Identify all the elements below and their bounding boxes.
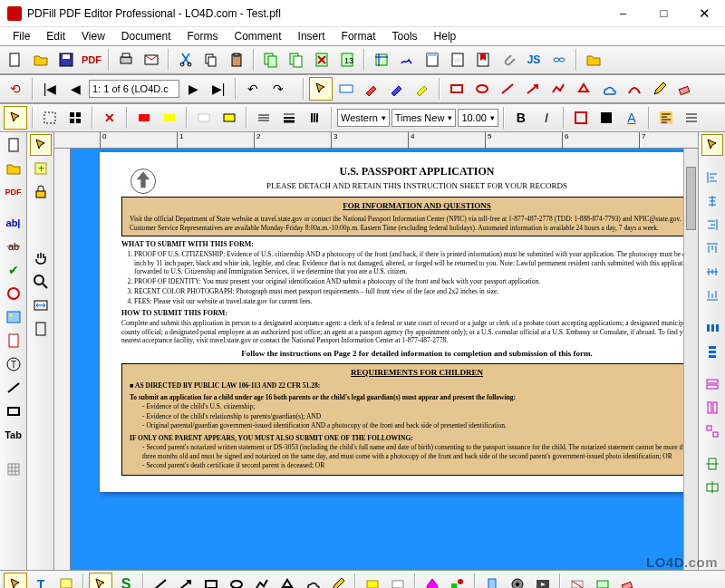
- fill-yellow-icon[interactable]: [158, 106, 181, 130]
- line2-icon[interactable]: [149, 573, 172, 588]
- line-style-icon[interactable]: [252, 106, 276, 130]
- arrow2-icon[interactable]: [30, 134, 52, 156]
- canvas-area[interactable]: 0 1 2 3 4 5 6 7 8 U.S. PASSPORT APPLICAT…: [54, 132, 698, 570]
- email-icon[interactable]: [140, 48, 163, 72]
- new-icon[interactable]: [4, 48, 27, 72]
- scrollbar-thumb[interactable]: [686, 167, 696, 230]
- align-bot-icon[interactable]: [701, 284, 723, 306]
- video-icon[interactable]: [531, 573, 555, 588]
- distrib-h-icon[interactable]: [701, 317, 723, 339]
- font-color-button[interactable]: A: [620, 106, 643, 130]
- outline-color-icon[interactable]: [569, 106, 593, 130]
- border-yellow-icon[interactable]: [218, 106, 241, 130]
- crop-icon[interactable]: [370, 48, 393, 72]
- center-v-icon[interactable]: [701, 477, 723, 498]
- sound-icon[interactable]: [506, 573, 529, 588]
- line-v-icon[interactable]: [3, 377, 24, 399]
- center-h-icon[interactable]: [701, 453, 723, 475]
- font-encoding-select[interactable]: Western: [337, 109, 390, 127]
- open-folder-icon[interactable]: [582, 48, 605, 72]
- cloud2-icon[interactable]: [301, 573, 324, 588]
- select-arrow-icon[interactable]: [309, 77, 333, 101]
- rect-tool-icon[interactable]: [445, 77, 469, 101]
- line-tool-icon[interactable]: [496, 77, 519, 101]
- shapes-icon[interactable]: [446, 573, 469, 588]
- open-doc-icon[interactable]: [3, 158, 24, 179]
- textbox-tool-icon[interactable]: [334, 77, 358, 101]
- font-family-select[interactable]: Times New: [392, 109, 457, 127]
- export-pdf-small-button[interactable]: PDF: [3, 181, 24, 203]
- pencil-tool-icon[interactable]: [648, 77, 672, 101]
- attach-icon[interactable]: [497, 48, 520, 72]
- tab-button[interactable]: Tab: [3, 424, 24, 446]
- javascript-button[interactable]: JS: [522, 48, 546, 72]
- dash-style-icon[interactable]: [303, 106, 326, 130]
- ellipse-tool-icon[interactable]: [470, 77, 494, 101]
- page-nav-input[interactable]: [89, 80, 179, 98]
- italic-button[interactable]: I: [535, 106, 558, 130]
- prev-page-icon[interactable]: ◀: [63, 77, 87, 101]
- polygon2-icon[interactable]: [276, 573, 299, 588]
- polygon-tool-icon[interactable]: [572, 77, 595, 101]
- delete-page-icon[interactable]: [310, 48, 334, 72]
- align-mid-icon[interactable]: [701, 261, 723, 283]
- text-tool-icon[interactable]: T: [29, 573, 53, 588]
- attach-file-icon[interactable]: [480, 573, 504, 588]
- fit-page-icon[interactable]: [30, 318, 52, 340]
- select-all-icon[interactable]: [38, 106, 62, 130]
- border-none-icon[interactable]: [192, 106, 216, 130]
- rotate-right-icon[interactable]: ↷: [266, 77, 290, 101]
- align-left2-icon[interactable]: [701, 167, 723, 188]
- refresh-icon[interactable]: ⟲: [4, 77, 27, 101]
- delete-icon[interactable]: ✕: [98, 106, 121, 130]
- menu-document[interactable]: Document: [114, 28, 179, 44]
- whiteout-icon[interactable]: [386, 573, 410, 588]
- ellipse2-icon[interactable]: [225, 573, 248, 588]
- arrow5-icon[interactable]: [89, 573, 112, 588]
- paste-icon[interactable]: [225, 48, 248, 72]
- font-size-select[interactable]: 10.00: [458, 109, 498, 127]
- align-right-icon[interactable]: [701, 214, 723, 236]
- close-button[interactable]: ✕: [684, 0, 725, 27]
- copy-page-icon[interactable]: [259, 48, 283, 72]
- menu-insert[interactable]: Insert: [291, 28, 333, 44]
- menu-comment[interactable]: Comment: [227, 28, 289, 44]
- pencil2-icon[interactable]: [326, 573, 350, 588]
- bookmark-icon[interactable]: [471, 48, 495, 72]
- export-pdf-button[interactable]: PDF: [80, 48, 103, 72]
- polyline-tool-icon[interactable]: [546, 77, 570, 101]
- align-more-icon[interactable]: [680, 106, 703, 130]
- hide-icon[interactable]: [566, 573, 589, 588]
- align-left-icon[interactable]: [654, 106, 678, 130]
- copy-icon[interactable]: [199, 48, 223, 72]
- box-v-icon[interactable]: [3, 400, 24, 422]
- distrib-v-icon[interactable]: [701, 341, 723, 362]
- color-picker-icon[interactable]: [420, 573, 444, 588]
- maximize-button[interactable]: □: [643, 0, 684, 27]
- highlight-area-icon[interactable]: [361, 573, 384, 588]
- watermark-icon[interactable]: W: [446, 48, 469, 72]
- first-page-icon[interactable]: |◀: [38, 77, 62, 101]
- sign-icon[interactable]: [395, 48, 419, 72]
- text-circle-icon[interactable]: T: [3, 353, 24, 375]
- menu-forms[interactable]: Forms: [180, 28, 226, 44]
- menu-view[interactable]: View: [74, 28, 112, 44]
- align-center-icon[interactable]: [701, 190, 723, 212]
- cloud-tool-icon[interactable]: [597, 77, 621, 101]
- highlight-yellow-icon[interactable]: [411, 77, 434, 101]
- bold-button[interactable]: B: [509, 106, 533, 130]
- circle-icon[interactable]: [3, 283, 24, 304]
- same-size-icon[interactable]: [701, 420, 723, 442]
- arrow3-icon[interactable]: [701, 134, 723, 156]
- rect2-icon[interactable]: [199, 573, 223, 588]
- align-top-icon[interactable]: [701, 237, 723, 259]
- next-page-icon[interactable]: ▶: [181, 77, 205, 101]
- header-foot-icon[interactable]: [420, 48, 444, 72]
- same-width-icon[interactable]: [701, 373, 723, 395]
- same-height-icon[interactable]: [701, 397, 723, 419]
- strike-icon[interactable]: ab: [3, 236, 24, 257]
- fit-width-icon[interactable]: [30, 294, 52, 316]
- zoom-icon[interactable]: [30, 271, 52, 293]
- link-icon[interactable]: [547, 48, 571, 72]
- fill-red-icon[interactable]: [132, 106, 156, 130]
